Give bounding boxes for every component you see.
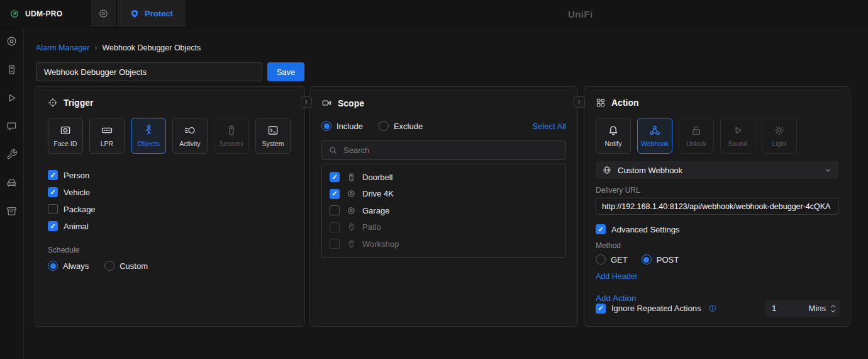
tile-label: System <box>262 140 284 147</box>
action-tile-webhook[interactable]: Webhook <box>637 118 672 154</box>
breadcrumb-alarm-manager[interactable]: Alarm Manager <box>36 43 89 52</box>
console-switcher[interactable]: UDM-PRO <box>0 0 90 27</box>
activity-icon <box>184 124 196 137</box>
tile-label: Face ID <box>54 140 77 147</box>
animal-label: Animal <box>64 222 89 231</box>
trigger-tile-face-id[interactable]: Face ID <box>48 118 83 154</box>
tile-label: Objects <box>137 140 160 147</box>
custom-radio[interactable] <box>104 261 114 271</box>
increment-icon[interactable] <box>830 304 836 308</box>
sidebar-doorbell-icon[interactable] <box>6 63 18 76</box>
trigger-tile-lpr[interactable]: LPR <box>89 118 125 154</box>
tile-label: Webhook <box>641 140 669 147</box>
doorbell-checkbox[interactable] <box>330 172 340 182</box>
tab-os-console[interactable] <box>90 0 116 27</box>
doorbell-camera-icon <box>346 172 356 182</box>
exclude-radio[interactable] <box>379 121 389 131</box>
get-radio[interactable] <box>596 254 606 265</box>
console-icon <box>98 8 109 19</box>
sidebar-tools-icon[interactable] <box>6 148 18 161</box>
tile-label: Notify <box>605 140 622 147</box>
person-checkbox[interactable] <box>48 170 58 180</box>
round-camera-icon <box>346 189 356 199</box>
schedule-custom-option: Custom <box>104 261 148 271</box>
console-name: UDM-PRO <box>25 9 62 18</box>
tile-label: Sound <box>728 140 747 147</box>
round-camera-icon <box>346 205 356 215</box>
tile-label: Sensors <box>220 140 244 147</box>
vehicle-checkbox[interactable] <box>48 187 58 197</box>
advanced-settings-checkbox[interactable] <box>596 224 606 234</box>
chevron-right-icon <box>303 99 309 105</box>
action-tile-light: Light <box>762 118 797 154</box>
webhook-type-select[interactable]: Custom Webhook <box>596 161 838 179</box>
decrement-icon[interactable] <box>830 309 836 313</box>
vehicle-label: Vehicle <box>64 188 90 197</box>
schedule-label: Schedule <box>48 246 292 254</box>
device-label: Patio <box>362 222 381 232</box>
trigger-tile-activity[interactable]: Activity <box>172 118 208 154</box>
sidebar-cameras-lens-icon[interactable] <box>6 35 18 47</box>
scope-panel: Scope Include Exclude Select All Doorbel… <box>309 86 578 327</box>
action-tile-sound: Sound <box>720 118 755 154</box>
person-label: Person <box>64 171 89 180</box>
collapse-scope-button[interactable] <box>574 96 585 108</box>
device-label: Drive 4K <box>362 189 394 198</box>
drive-4k-checkbox[interactable] <box>330 189 340 199</box>
sidebar-playback-icon[interactable] <box>6 91 18 104</box>
sidebar-vehicle-icon[interactable] <box>6 176 18 189</box>
info-icon[interactable] <box>708 304 717 313</box>
animal-checkbox[interactable] <box>48 221 58 231</box>
advanced-settings-row: Advanced Settings <box>596 224 838 234</box>
object-type-vehicle: Vehicle <box>48 187 292 197</box>
action-tile-notify[interactable]: Notify <box>596 118 631 154</box>
ignore-repeated-checkbox[interactable] <box>596 304 606 314</box>
scope-icon <box>321 98 332 108</box>
webhook-icon <box>648 124 661 137</box>
face-id-icon <box>59 124 72 137</box>
add-header-link[interactable]: Add Header <box>596 272 638 281</box>
person-icon <box>142 124 155 137</box>
trigger-tile-system[interactable]: System <box>255 118 291 154</box>
device-label: Workshop <box>362 239 399 249</box>
action-title: Action <box>611 98 639 108</box>
interval-input[interactable]: 1 Mins <box>765 300 840 317</box>
include-radio[interactable] <box>321 121 331 131</box>
device-list: Doorbell Drive 4K Garage Patio Workshop <box>321 164 566 258</box>
trigger-tile-objects[interactable]: Objects <box>131 118 166 154</box>
package-checkbox[interactable] <box>48 204 58 214</box>
scope-title: Scope <box>338 98 364 108</box>
scope-mode-row: Include Exclude Select All <box>321 121 566 131</box>
globe-icon <box>602 165 612 175</box>
patio-checkbox[interactable] <box>330 222 340 232</box>
sidebar-detections-icon[interactable] <box>6 120 18 132</box>
post-radio[interactable] <box>642 254 652 265</box>
advanced-settings-label: Advanced Settings <box>611 225 679 234</box>
method-options: GET POST <box>596 254 838 265</box>
include-option: Include <box>321 121 363 131</box>
trigger-tile-sensors: Sensors <box>214 118 249 154</box>
alarm-name-input[interactable] <box>36 62 262 81</box>
save-button[interactable]: Save <box>267 62 304 81</box>
console-status-icon <box>9 9 19 19</box>
light-icon <box>773 124 786 137</box>
topbar: UDM-PRO Protect UniFi <box>0 0 868 28</box>
search-input[interactable] <box>343 145 559 155</box>
bullet-camera-icon <box>346 239 356 249</box>
workshop-checkbox[interactable] <box>330 239 340 249</box>
select-all-link[interactable]: Select All <box>533 122 566 131</box>
action-panel-header: Action <box>596 98 838 108</box>
sound-play-icon <box>732 124 744 137</box>
delivery-url-input[interactable] <box>596 198 838 215</box>
delivery-url-label: Delivery URL <box>596 186 838 195</box>
garage-checkbox[interactable] <box>330 205 340 215</box>
sidebar-archive-icon[interactable] <box>6 205 18 217</box>
always-radio[interactable] <box>48 261 58 271</box>
schedule-options: Always Custom <box>48 261 292 271</box>
trigger-panel-header: Trigger <box>48 98 292 108</box>
trigger-tiles: Face ID LPR Objects Activity Sensors Sys… <box>48 118 292 154</box>
tab-protect[interactable]: Protect <box>116 0 186 27</box>
trigger-panel: Trigger Face ID LPR Objects Activity Sen… <box>35 86 305 327</box>
collapse-trigger-button[interactable] <box>301 96 312 108</box>
method-label: Method <box>596 241 838 250</box>
